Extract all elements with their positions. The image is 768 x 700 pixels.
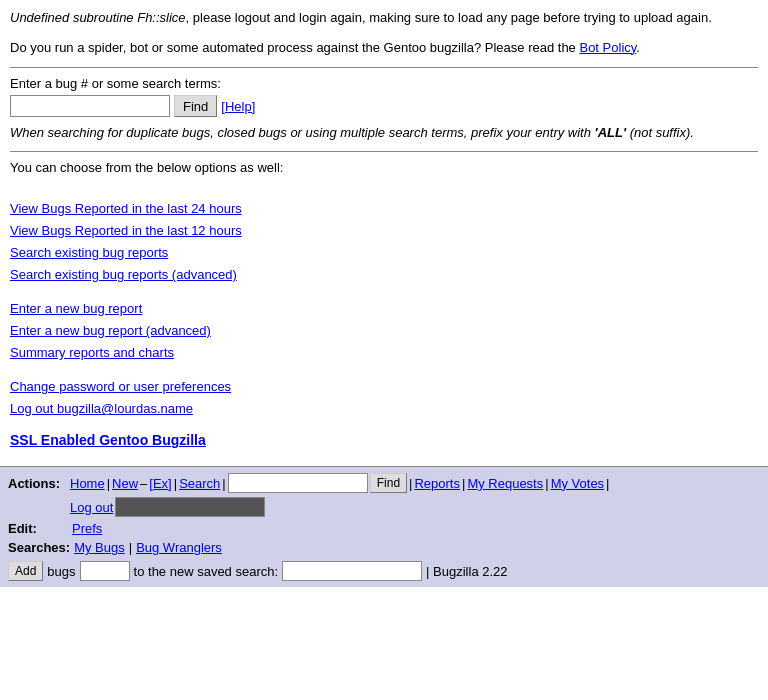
logout-input[interactable] bbox=[115, 497, 265, 517]
search-note-bold: 'ALL' bbox=[595, 125, 626, 140]
main-content: Undefined subroutine Fh::slice, please l… bbox=[0, 0, 768, 456]
search-note-text: When searching for duplicate bugs, close… bbox=[10, 125, 595, 140]
separator-5: | bbox=[462, 476, 465, 491]
options-intro: You can choose from the below options as… bbox=[10, 160, 758, 175]
separator-4: | bbox=[409, 476, 412, 491]
change-password-link[interactable]: Change password or user preferences bbox=[10, 376, 758, 398]
my-bugs-link[interactable]: My Bugs bbox=[74, 540, 125, 555]
logout-row: Log out bbox=[8, 497, 760, 517]
separator-7: | bbox=[606, 476, 609, 491]
error-message: Undefined subroutine Fh::slice, please l… bbox=[10, 8, 758, 28]
bugs-count-input[interactable] bbox=[80, 561, 130, 581]
view-bugs-12h-link[interactable]: View Bugs Reported in the last 12 hours bbox=[10, 220, 758, 242]
ssl-link[interactable]: SSL Enabled Gentoo Bugzilla bbox=[10, 432, 758, 448]
search-row: Find [Help] bbox=[10, 95, 758, 117]
bottom-bar: Actions: Home | New – [Ex] | Search | Fi… bbox=[0, 466, 768, 587]
help-link[interactable]: [Help] bbox=[221, 99, 255, 114]
bug-wranglers-link[interactable]: Bug Wranglers bbox=[136, 540, 222, 555]
actions-row: Actions: Home | New – [Ex] | Search | Fi… bbox=[8, 473, 760, 493]
search-section: Enter a bug # or some search terms: Find… bbox=[10, 76, 758, 143]
new-bug-link[interactable]: Enter a new bug report bbox=[10, 298, 758, 320]
new-link[interactable]: New bbox=[112, 476, 138, 491]
link-group-2: Enter a new bug report Enter a new bug r… bbox=[10, 298, 758, 364]
my-requests-link[interactable]: My Requests bbox=[467, 476, 543, 491]
error-italic: Undefined subroutine Fh::slice bbox=[10, 10, 186, 25]
bugs-text: bugs bbox=[47, 564, 75, 579]
search-note-end: (not suffix). bbox=[626, 125, 694, 140]
divider-1 bbox=[10, 67, 758, 68]
version-text: | Bugzilla 2.22 bbox=[426, 564, 507, 579]
link-group-3: Change password or user preferences Log … bbox=[10, 376, 758, 420]
add-button[interactable]: Add bbox=[8, 561, 43, 581]
link-group-1: View Bugs Reported in the last 24 hours … bbox=[10, 198, 758, 286]
separator-1: | bbox=[107, 476, 110, 491]
options-section: You can choose from the below options as… bbox=[10, 160, 758, 421]
bot-policy-intro: Do you run a spider, bot or some automat… bbox=[10, 40, 579, 55]
view-bugs-24h-link[interactable]: View Bugs Reported in the last 24 hours bbox=[10, 198, 758, 220]
searches-row: Searches: My Bugs | Bug Wranglers bbox=[8, 540, 760, 555]
my-votes-link[interactable]: My Votes bbox=[551, 476, 604, 491]
saved-search-input[interactable] bbox=[282, 561, 422, 581]
to-saved-search-text: to the new saved search: bbox=[134, 564, 279, 579]
actions-label: Actions: bbox=[8, 476, 68, 491]
home-link[interactable]: Home bbox=[70, 476, 105, 491]
prefs-link[interactable]: Prefs bbox=[72, 521, 102, 536]
separator-2: | bbox=[174, 476, 177, 491]
reports-link[interactable]: Reports bbox=[414, 476, 460, 491]
quicksearch-input[interactable] bbox=[228, 473, 368, 493]
separator-6: | bbox=[545, 476, 548, 491]
ex-link[interactable]: [Ex] bbox=[149, 476, 171, 491]
separator-3: | bbox=[222, 476, 225, 491]
bot-policy-end: . bbox=[636, 40, 640, 55]
add-row: Add bugs to the new saved search: | Bugz… bbox=[8, 561, 760, 581]
bot-policy-link[interactable]: Bot Policy bbox=[579, 40, 636, 55]
bottom-logout-link[interactable]: Log out bbox=[70, 500, 113, 515]
bot-policy-text: Do you run a spider, bot or some automat… bbox=[10, 38, 758, 58]
bottom-find-button[interactable]: Find bbox=[370, 473, 407, 493]
search-bugs-link[interactable]: Search existing bug reports bbox=[10, 242, 758, 264]
find-button[interactable]: Find bbox=[174, 95, 217, 117]
separator-ex: – bbox=[140, 476, 147, 491]
edit-label: Edit: bbox=[8, 521, 68, 536]
divider-2 bbox=[10, 151, 758, 152]
bug-search-input[interactable] bbox=[10, 95, 170, 117]
search-nav-link[interactable]: Search bbox=[179, 476, 220, 491]
search-note: When searching for duplicate bugs, close… bbox=[10, 123, 758, 143]
new-bug-advanced-link[interactable]: Enter a new bug report (advanced) bbox=[10, 320, 758, 342]
logout-link[interactable]: Log out bugzilla@lourdas.name bbox=[10, 398, 758, 420]
edit-row: Edit: Prefs bbox=[8, 521, 760, 536]
search-label: Enter a bug # or some search terms: bbox=[10, 76, 758, 91]
error-text-part1: , please logout and login again, making … bbox=[186, 10, 712, 25]
searches-label: Searches: bbox=[8, 540, 70, 555]
separator-8: | bbox=[129, 540, 132, 555]
search-bugs-advanced-link[interactable]: Search existing bug reports (advanced) bbox=[10, 264, 758, 286]
summary-reports-link[interactable]: Summary reports and charts bbox=[10, 342, 758, 364]
